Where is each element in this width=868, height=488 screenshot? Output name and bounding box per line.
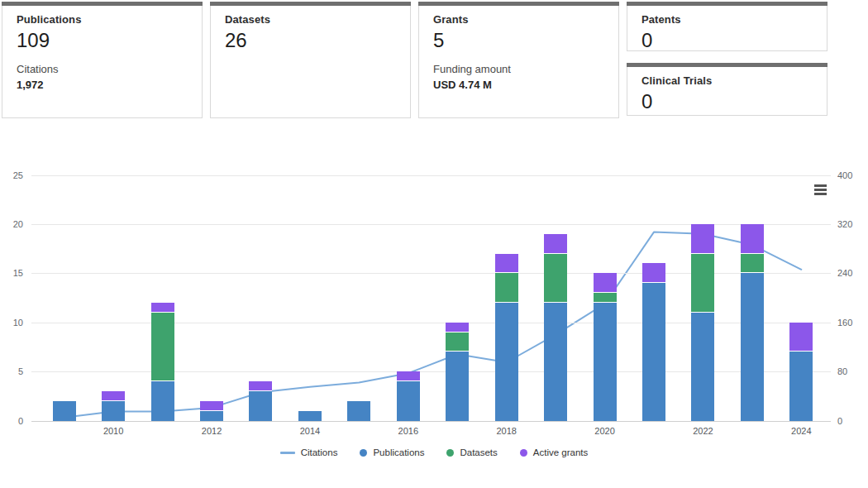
dot-swatch-icon [360, 449, 367, 457]
bar-segment-publications [741, 273, 764, 420]
bar-segment-active-grants [544, 234, 567, 254]
metrics-timeline-chart: CitationsPublicationsDatasetsActive gran… [0, 157, 868, 476]
bar-segment-datasets [741, 254, 764, 274]
y-gridline [31, 175, 831, 176]
x-axis-tick-label: 2014 [300, 426, 320, 436]
bar-segment-publications [249, 391, 272, 421]
dot-swatch-icon [520, 449, 527, 457]
bar-2016 [397, 371, 420, 420]
clinical-trials-card-title: Clinical Trials [641, 74, 813, 87]
bar-2019 [544, 234, 567, 421]
bar-segment-active-grants [691, 224, 714, 254]
bar-segment-datasets [446, 333, 469, 352]
bar-2009 [53, 401, 76, 421]
citations-label: Citations [17, 63, 188, 75]
datasets-card-body: Datasets 26 [210, 6, 411, 118]
hamburger-icon [814, 193, 827, 195]
right-axis-tick-label: 240 [837, 268, 852, 278]
bar-segment-publications [397, 381, 420, 421]
bar-segment-publications [298, 411, 322, 421]
bar-2021 [642, 263, 665, 420]
bar-2023 [741, 224, 764, 421]
bar-2018 [495, 254, 518, 421]
x-axis-tick-label: 2016 [398, 426, 418, 436]
bar-2015 [347, 401, 370, 421]
legend-label: Datasets [460, 447, 497, 457]
bar-segment-datasets [691, 254, 714, 313]
clinical-trials-card[interactable]: Clinical Trials 0 [627, 63, 827, 116]
legend-item-publications[interactable]: Publications [360, 447, 424, 457]
bar-segment-active-grants [495, 254, 518, 274]
grants-card-title: Grants [433, 13, 604, 26]
bar-2014 [298, 411, 322, 421]
legend-label: Citations [301, 447, 338, 457]
bar-segment-active-grants [151, 303, 174, 313]
left-axis-tick-label: 10 [0, 318, 23, 328]
publications-card[interactable]: Publications 109 Citations 1,972 [2, 2, 203, 118]
publications-card-body: Publications 109 Citations 1,972 [2, 6, 203, 118]
x-axis-line [31, 421, 831, 422]
right-axis-tick-label: 160 [837, 318, 852, 328]
x-axis-tick-label: 2024 [791, 426, 811, 436]
datasets-card-title: Datasets [225, 13, 396, 26]
x-axis-tick-label: 2012 [202, 426, 222, 436]
bar-segment-publications [594, 303, 617, 421]
patents-card[interactable]: Patents 0 [627, 2, 827, 51]
datasets-count: 26 [225, 29, 396, 52]
bar-segment-datasets [495, 273, 518, 303]
left-axis-tick-label: 0 [0, 416, 23, 426]
bar-segment-publications [200, 411, 223, 421]
bar-2011 [151, 303, 174, 421]
bar-2020 [594, 273, 617, 420]
x-axis-tick-label: 2020 [594, 426, 614, 436]
bar-segment-publications [642, 283, 665, 420]
right-axis-tick-label: 0 [837, 416, 842, 426]
hamburger-icon [814, 189, 827, 191]
bar-segment-active-grants [446, 323, 469, 333]
hamburger-icon [814, 184, 827, 187]
dot-swatch-icon [446, 449, 454, 457]
chart-context-menu-button[interactable] [811, 181, 829, 198]
legend-label: Publications [373, 447, 424, 457]
bar-segment-publications [544, 303, 567, 421]
right-axis-tick-label: 320 [837, 219, 852, 229]
grants-card[interactable]: Grants 5 Funding amount USD 4.74 M [418, 2, 619, 118]
bar-2013 [249, 381, 272, 421]
bar-segment-active-grants [102, 391, 125, 401]
right-axis-tick-label: 80 [837, 366, 847, 376]
x-axis-tick-label: 2018 [496, 426, 516, 436]
publications-count: 109 [17, 29, 188, 52]
legend-label: Active grants [533, 447, 588, 457]
bar-segment-publications [691, 313, 714, 421]
right-axis-tick-label: 400 [837, 170, 852, 180]
bar-segment-active-grants [789, 323, 813, 352]
datasets-card[interactable]: Datasets 26 [210, 2, 411, 118]
clinical-trials-count: 0 [641, 90, 813, 113]
left-axis-tick-label: 5 [0, 366, 23, 376]
legend-item-datasets[interactable]: Datasets [446, 447, 497, 457]
bar-segment-active-grants [594, 273, 617, 293]
publications-card-title: Publications [17, 13, 188, 26]
summary-cards: Publications 109 Citations 1,972 Dataset… [0, 0, 868, 118]
patents-card-title: Patents [641, 13, 813, 26]
legend-item-active-grants[interactable]: Active grants [520, 447, 588, 457]
bar-segment-active-grants [397, 371, 420, 381]
bar-segment-active-grants [200, 401, 223, 411]
clinical-trials-card-body: Clinical Trials 0 [627, 67, 827, 116]
bar-2010 [102, 391, 125, 421]
bar-segment-datasets [151, 313, 174, 381]
left-axis-tick-label: 20 [0, 219, 23, 229]
bar-segment-publications [347, 401, 370, 421]
legend-item-citations[interactable]: Citations [280, 447, 338, 457]
bar-segment-publications [446, 352, 469, 420]
patents-card-body: Patents 0 [627, 6, 827, 51]
bar-segment-active-grants [249, 381, 272, 391]
bar-segment-active-grants [741, 224, 764, 254]
funding-amount-value: USD 4.74 M [433, 79, 604, 91]
chart-legend: CitationsPublicationsDatasetsActive gran… [0, 447, 868, 457]
patents-count: 0 [641, 29, 813, 52]
bar-segment-publications [151, 381, 174, 421]
bar-segment-publications [53, 401, 76, 421]
bar-segment-datasets [594, 293, 617, 303]
bar-2022 [691, 224, 714, 421]
